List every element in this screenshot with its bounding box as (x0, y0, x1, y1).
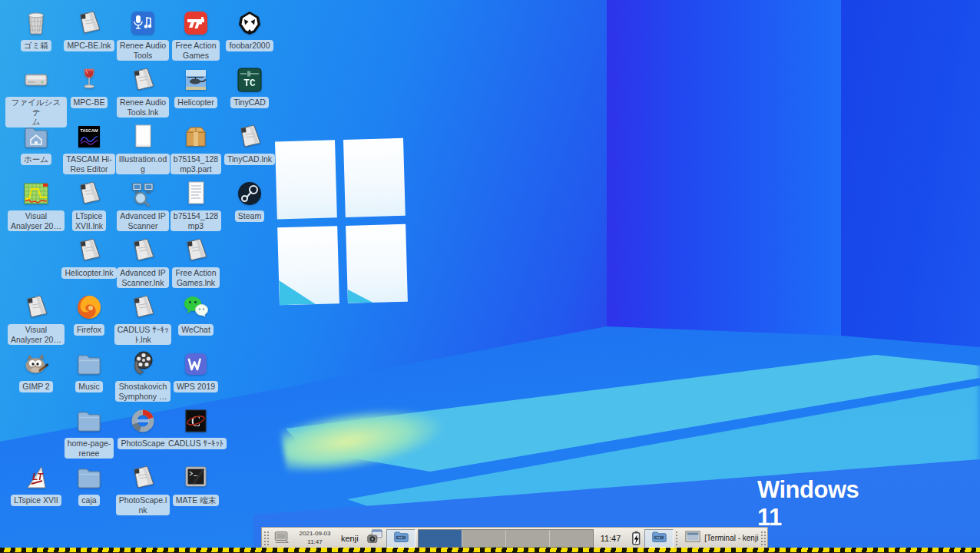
mate-terminal-icon (180, 462, 211, 493)
desktop[interactable]: ゴミ箱MPC-BE.lnkRenee Audio ToolsFree Actio… (0, 0, 980, 553)
clock-date-applet[interactable]: 2021-09-03 11:47 (293, 530, 336, 546)
desktop-icon-label: b75154_128 mp3 (171, 210, 221, 231)
desktop-icon[interactable]: MPC-BE (58, 65, 120, 108)
foobar2000-icon (234, 8, 265, 38)
desktop-icon[interactable]: GIMP 2 (5, 349, 67, 392)
file-manager-button[interactable] (386, 529, 416, 548)
shortcut-icon (127, 462, 158, 493)
desktop-icon[interactable]: TinyCAD.lnk (219, 121, 280, 165)
window-list-terminal-button[interactable]: [Terminal - kenji@2A3s… (684, 529, 759, 548)
battery-icon[interactable] (627, 529, 644, 548)
desktop-icon[interactable]: Free Action Games (165, 8, 227, 61)
desktop-icon[interactable]: CCADLUS ｻｰｷｯﾄ (165, 406, 227, 449)
desktop-icon-label: Shostakovich Symphony … (115, 381, 170, 402)
desktop-icon[interactable]: MATE 端末 (165, 462, 227, 506)
desktop-icon[interactable]: ファイルシステ ム (5, 65, 67, 127)
terminal-window-label: [Terminal - kenji@2A3s… (704, 534, 759, 542)
selection-marquee (0, 548, 980, 553)
desktop-icon[interactable]: WeChat (165, 292, 227, 336)
mpc-be-icon (74, 65, 104, 95)
terminal-window-icon (684, 528, 701, 548)
desktop-icon-label: Helicopter (174, 97, 217, 108)
show-desktop-button[interactable] (270, 529, 293, 548)
desktop-icon-label: Illustration.od g (116, 154, 170, 174)
desktop-icon-label: MPC-BE.lnk (64, 40, 114, 51)
desktop-icon-label: Renee Audio Tools (117, 40, 169, 61)
shortcut-icon (127, 235, 158, 266)
action-games-icon (180, 8, 211, 38)
desktop-icon[interactable]: Helicopter (165, 65, 227, 108)
desktop-icon[interactable]: Advanced IP Scanner.lnk (112, 235, 174, 288)
desktop-icon[interactable]: b75154_128 mp3.part (165, 121, 227, 174)
desktop-icon[interactable]: Renee Audio Tools (112, 8, 174, 61)
desktop-icon[interactable]: Steam (219, 178, 280, 222)
desktop-icon[interactable]: Visual Analyser 20… (5, 292, 67, 345)
date-time-text: 11:47 (293, 538, 336, 546)
shortcut-icon (74, 8, 104, 38)
desktop-icon-label: Renee Audio Tools.lnk (117, 97, 169, 118)
screenshot-tool-button[interactable] (363, 529, 386, 548)
desktop-icon[interactable]: Firefox (58, 292, 120, 336)
ltspice-icon: LT (21, 462, 51, 493)
desktop-icon[interactable]: LTLTspice XVII (5, 462, 67, 506)
desktop-icon[interactable]: Free Action Games.lnk (165, 235, 227, 288)
panel-drag-handle-2[interactable] (760, 531, 766, 546)
desktop-icon-label: ゴミ箱 (21, 40, 51, 51)
screen: Windows 11 ゴミ箱MPC-BE.lnkRenee Audio Tool… (0, 0, 980, 553)
text-file-icon (180, 178, 211, 209)
folder-icon (74, 406, 104, 436)
desktop-icon-label: Music (75, 381, 102, 392)
visual-analyser-icon (21, 178, 51, 209)
desktop-icon[interactable]: ホーム (5, 121, 67, 165)
desktop-icon[interactable]: CADLUS ｻｰｷｯ ﾄ.lnk (112, 292, 174, 345)
desktop-icon-label: WeChat (178, 324, 214, 336)
clock[interactable]: 11:47 (594, 534, 628, 543)
svg-text:TASCAM: TASCAM (80, 128, 98, 133)
svg-text:TC: TC (243, 78, 256, 89)
desktop-icon[interactable]: Shostakovich Symphony … (112, 349, 174, 402)
workspace-switcher (418, 529, 594, 548)
shortcut-icon (74, 178, 104, 209)
folder-icon (651, 528, 667, 548)
desktop-icon[interactable]: LTspice XVII.lnk (58, 178, 120, 231)
desktop-icon[interactable]: Illustration.od g (112, 121, 174, 174)
workspace-4[interactable] (549, 530, 593, 547)
desktop-icon[interactable]: Music (58, 349, 120, 392)
show-desktop-icon (273, 528, 290, 548)
desktop-icon[interactable]: PhotoScape (112, 406, 174, 449)
home-folder-icon (21, 121, 51, 152)
desktop-icon-label: caja (78, 495, 99, 506)
date-text: 2021-09-03 (293, 530, 336, 538)
desktop-icon-label: LTspice XVII (11, 495, 61, 506)
desktop-icon[interactable]: TCTinyCAD (219, 65, 280, 108)
desktop-icon-label: home-page- renee (65, 438, 114, 459)
desktop-icon-label: Advanced IP Scanner (117, 210, 169, 231)
steam-icon (234, 178, 265, 209)
desktop-icon-label: TinyCAD.lnk (224, 154, 275, 165)
desktop-icon-label: TASCAM Hi- Res Editor (63, 154, 114, 174)
workspace-2[interactable] (462, 530, 505, 547)
desktop-icon[interactable]: foobar2000 (219, 8, 280, 51)
desktop-icon[interactable]: Renee Audio Tools.lnk (112, 65, 174, 118)
workspace-3[interactable] (505, 530, 549, 547)
desktop-icon[interactable]: MPC-BE.lnk (58, 8, 120, 51)
desktop-icon[interactable]: home-page- renee (58, 406, 120, 459)
workspace-1[interactable] (419, 530, 462, 547)
desktop-icon[interactable]: WPS 2019 (165, 349, 227, 392)
file-manager-button-2[interactable] (644, 529, 674, 548)
desktop-icon[interactable]: b75154_128 mp3 (165, 178, 227, 231)
desktop-icon[interactable]: Helicopter.lnk (58, 235, 120, 279)
screenshot-tool-icon (366, 528, 383, 548)
desktop-icon[interactable]: Advanced IP Scanner (112, 178, 174, 231)
desktop-icon-label: WPS 2019 (174, 381, 218, 392)
shortcut-icon (180, 235, 211, 266)
wechat-icon (180, 292, 211, 323)
tinycad-icon: TC (234, 65, 265, 95)
desktop-icon[interactable]: ゴミ箱 (5, 8, 67, 51)
desktop-icon[interactable]: Visual Analyser 20… (5, 178, 67, 231)
desktop-icon[interactable]: PhotoScape.l nk (112, 462, 174, 515)
desktop-icon[interactable]: caja (58, 462, 120, 506)
panel-drag-handle[interactable] (263, 531, 269, 546)
desktop-icon[interactable]: TASCAMTASCAM Hi- Res Editor (58, 121, 120, 174)
desktop-icon-label: TinyCAD (230, 97, 269, 108)
